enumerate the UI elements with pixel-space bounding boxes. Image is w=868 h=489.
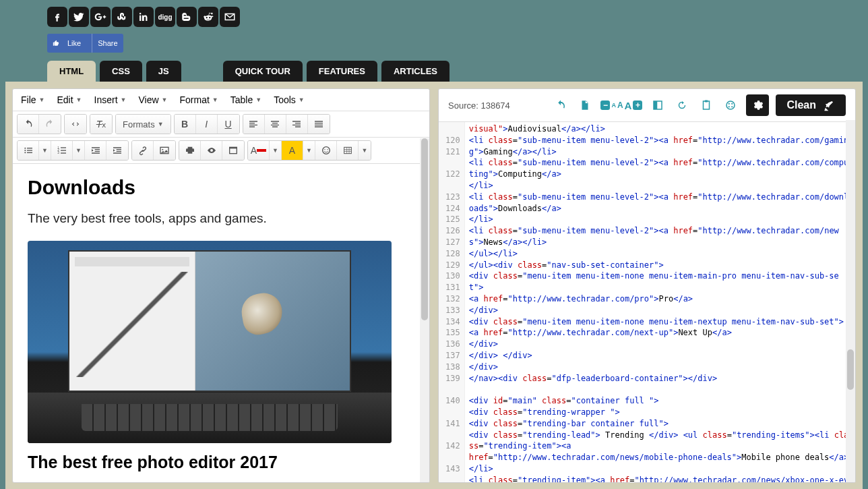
bullet-list-button[interactable] [18, 141, 39, 160]
tab-features[interactable]: FEATURES [307, 61, 377, 82]
undo-code-button[interactable] [552, 96, 569, 114]
code-header: Source: 138674 −AAA+ Clean [439, 89, 855, 122]
tab-quick-tour[interactable]: QUICK TOUR [223, 61, 303, 82]
refresh-button[interactable] [673, 96, 691, 114]
align-justify-button[interactable] [308, 115, 330, 134]
email-icon[interactable] [220, 7, 240, 27]
svg-point-13 [162, 149, 163, 150]
fullscreen-button[interactable] [222, 141, 244, 160]
code-lines[interactable]: visual">Audiovisual</a></li><li class="s… [465, 122, 855, 482]
svg-text:3: 3 [57, 151, 59, 154]
table-button[interactable] [337, 141, 359, 160]
clean-button[interactable]: Clean [776, 94, 846, 116]
svg-point-2 [24, 150, 26, 151]
table-dropdown[interactable]: ▼ [359, 141, 371, 160]
svg-rect-15 [230, 147, 237, 148]
svg-point-32 [732, 106, 733, 107]
digg-icon[interactable]: digg [155, 7, 175, 27]
menu-tools[interactable]: Tools ▼ [274, 94, 305, 105]
facebook-icon[interactable] [47, 7, 67, 27]
align-center-button[interactable] [265, 115, 286, 134]
text-color-dropdown[interactable]: ▼ [270, 141, 282, 160]
bg-color-dropdown[interactable]: ▼ [303, 141, 315, 160]
color-picker-button[interactable] [722, 96, 739, 114]
svg-rect-9 [61, 150, 66, 150]
menu-insert[interactable]: Insert ▼ [94, 94, 127, 105]
menu-view[interactable]: View ▼ [138, 94, 167, 105]
image-button[interactable] [154, 141, 175, 160]
preview-button[interactable] [201, 141, 222, 160]
italic-button[interactable]: I [196, 115, 218, 134]
numbered-list-dropdown[interactable]: ▼ [73, 141, 85, 160]
numbered-list-button[interactable]: 123 [51, 141, 73, 160]
toolbar-row-1: Tx Formats ▼ B I U [13, 111, 429, 138]
clipboard-button[interactable] [698, 96, 715, 114]
menu-table[interactable]: Table ▼ [230, 94, 261, 105]
source-label: Source: 138674 [448, 100, 545, 111]
svg-rect-27 [705, 100, 708, 103]
code-panel: Source: 138674 −AAA+ Clean 1201211221231… [438, 88, 856, 483]
svg-point-31 [728, 106, 730, 107]
svg-rect-3 [27, 150, 32, 150]
svg-rect-7 [61, 147, 66, 148]
menu-edit[interactable]: Edit ▼ [57, 94, 82, 105]
svg-point-17 [324, 149, 325, 150]
undo-button[interactable] [18, 115, 39, 134]
menu-file[interactable]: File ▼ [21, 94, 44, 105]
bg-color-button[interactable]: A [282, 141, 303, 160]
tab-js[interactable]: JS [146, 61, 181, 82]
toolbar-row-2: ▼ 123 ▼ A ▼ A ▼ ▼ [13, 138, 429, 164]
print-button[interactable] [179, 141, 201, 160]
left-scrollbar[interactable] [420, 138, 429, 482]
fb-like-button[interactable]: Like [47, 34, 92, 53]
content-paragraph[interactable]: The very best free tools, apps and games… [28, 211, 414, 226]
align-left-button[interactable] [243, 115, 265, 134]
left-scroll-thumb[interactable] [421, 138, 428, 320]
facebook-like-widget[interactable]: Like Share [47, 34, 123, 53]
svg-rect-25 [654, 101, 657, 109]
content-heading[interactable]: Downloads [28, 176, 414, 199]
source-code-button[interactable] [65, 115, 86, 134]
svg-rect-1 [27, 148, 32, 148]
svg-point-29 [728, 103, 730, 105]
workspace: File ▼Edit ▼Insert ▼View ▼Format ▼Table … [5, 82, 863, 489]
right-scroll-thumb[interactable] [847, 349, 854, 390]
tab-css[interactable]: CSS [100, 61, 142, 82]
emoticon-button[interactable] [315, 141, 337, 160]
link-button[interactable] [132, 141, 154, 160]
compress-button[interactable] [649, 96, 666, 114]
settings-button[interactable] [746, 94, 769, 116]
fb-share-button[interactable]: Share [92, 34, 123, 53]
editor-content[interactable]: Downloads The very best free tools, apps… [13, 164, 429, 482]
align-right-button[interactable] [286, 115, 308, 134]
bold-button[interactable]: B [175, 115, 196, 134]
content-subheading[interactable]: The best free photo editor 2017 [28, 453, 414, 472]
underline-button[interactable]: U [218, 115, 239, 134]
new-doc-button[interactable] [576, 96, 594, 114]
content-image[interactable] [28, 241, 392, 443]
google-plus-icon[interactable] [90, 7, 111, 27]
text-color-button[interactable]: A [248, 141, 270, 160]
code-area[interactable]: 1201211221231241251261271281291301311321… [439, 122, 855, 482]
tabs-row: HTMLCSSJS QUICK TOURFEATURESARTICLES [47, 61, 821, 82]
formats-dropdown[interactable]: Formats ▼ [116, 115, 170, 134]
svg-point-28 [726, 101, 735, 109]
outdent-button[interactable] [85, 141, 106, 160]
right-scrollbar[interactable] [846, 120, 855, 482]
tab-html[interactable]: HTML [47, 61, 96, 82]
linkedin-icon[interactable] [133, 7, 154, 27]
tab-articles[interactable]: ARTICLES [381, 61, 450, 82]
bullet-list-dropdown[interactable]: ▼ [39, 141, 51, 160]
clear-formatting-button[interactable]: Tx [90, 115, 112, 134]
redo-button[interactable] [39, 115, 61, 134]
svg-point-16 [322, 147, 330, 154]
blogger-icon[interactable] [177, 7, 197, 27]
stumbleupon-icon[interactable] [112, 7, 132, 27]
twitter-icon[interactable] [69, 7, 89, 27]
font-size-control[interactable]: −AAA+ [600, 100, 642, 111]
reddit-icon[interactable] [198, 7, 218, 27]
menu-format[interactable]: Format ▼ [179, 94, 218, 105]
svg-rect-26 [704, 101, 710, 109]
svg-point-4 [24, 152, 26, 153]
indent-button[interactable] [106, 141, 128, 160]
